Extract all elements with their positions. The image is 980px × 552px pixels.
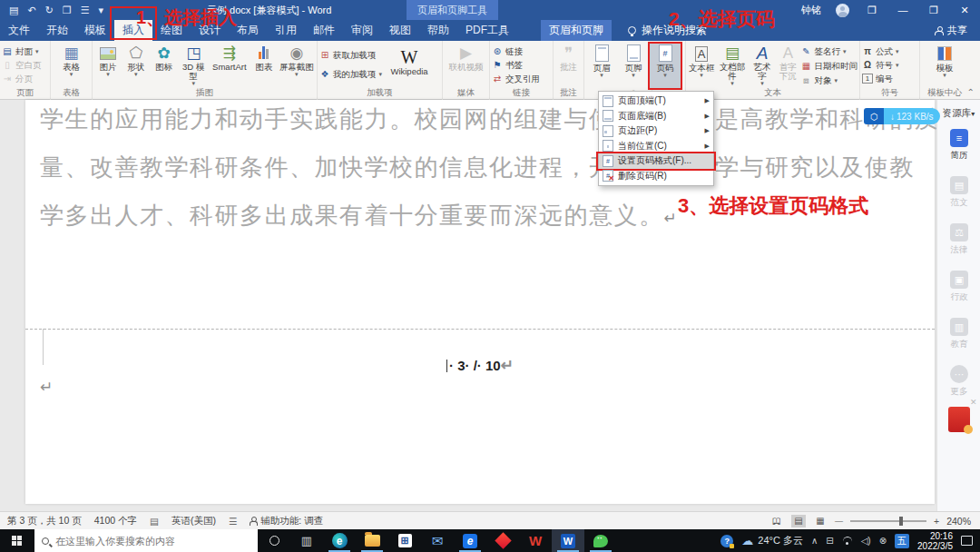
wikipedia-button[interactable]: W Wikipedia (383, 44, 436, 76)
taskbar-app-edge[interactable]: e (323, 529, 356, 552)
smartart-button[interactable]: ⇶SmartArt (210, 44, 250, 72)
close-button[interactable]: ✕ (956, 5, 973, 16)
minimize-button[interactable]: — (895, 5, 911, 15)
touch-mode-icon[interactable]: ❐ (63, 5, 72, 16)
menu-item-format-page-numbers[interactable]: #设置页码格式(F)... (599, 153, 713, 169)
menu-item-bottom-of-page[interactable]: 页面底端(B)▶ (599, 109, 713, 124)
cortana-icon[interactable] (258, 529, 290, 552)
proofing-icon[interactable]: ▤ (150, 516, 159, 527)
sidebar-item-resume[interactable]: ≡简历 (937, 129, 980, 162)
textbox-button[interactable]: A文本框▾ (688, 44, 715, 78)
signature-line-button[interactable]: ✎签名行▾ (800, 45, 858, 57)
volume-icon[interactable]: ◁) (861, 536, 871, 546)
accessibility-status[interactable]: 辅助功能: 调查 (250, 515, 323, 527)
3d-models-button[interactable]: ◳3D 模型▾ (179, 44, 209, 86)
word-count[interactable]: 4100 个字 (94, 515, 137, 527)
blank-page-button[interactable]: ▯空白页 (2, 59, 42, 71)
avatar[interactable] (836, 4, 849, 17)
tab-pdf-tools[interactable]: PDF工具 (457, 20, 517, 41)
sidebar-item-more[interactable]: ···更多 (937, 365, 980, 398)
quick-parts-button[interactable]: ▤文档部件▾ (716, 44, 749, 86)
number-button[interactable]: 1编号 (862, 73, 899, 84)
document-page[interactable]: 学生的应用能力和动手实践能力。校园网的组建与使用 是高教学和科研的质 量、改善教… (25, 100, 935, 504)
weather-widget[interactable]: ☁24°C 多云 (741, 534, 803, 547)
menu-item-page-margins[interactable]: 页边距(P)▶ (599, 123, 713, 139)
tab-home[interactable]: 开始 (38, 20, 76, 41)
tab-header-footer[interactable]: 页眉和页脚 (541, 20, 612, 41)
zoom-slider[interactable] (850, 520, 926, 522)
taskbar-app-mail[interactable]: ✉ (421, 529, 454, 552)
icons-button[interactable]: ✿图标 (151, 44, 178, 72)
ime-indicator[interactable]: 五 (895, 534, 909, 548)
menu-item-top-of-page[interactable]: 页面顶端(T)▶ (599, 94, 713, 109)
cross-reference-button[interactable]: ⇄交叉引用 (492, 73, 540, 84)
page-footer[interactable]: · 3· /· 10↵ (25, 356, 935, 375)
taskbar-app-wechat[interactable] (584, 529, 617, 552)
taskbar-app-word[interactable]: W (552, 529, 584, 552)
zoom-in-icon[interactable]: + (934, 516, 939, 527)
save-icon[interactable]: ▤ (9, 5, 18, 16)
print-preview-icon[interactable]: ☰ (81, 5, 90, 16)
drop-cap-button[interactable]: A首字下沉 (776, 44, 799, 81)
redo-icon[interactable]: ↻ (45, 5, 54, 16)
my-addins-button[interactable]: ❖我的加载项▾ (319, 68, 382, 80)
tab-mailings[interactable]: 邮件 (305, 20, 343, 41)
menu-item-current-position[interactable]: 当前位置(C)▶ (599, 139, 713, 154)
tab-view[interactable]: 视图 (381, 20, 419, 41)
resource-library-header[interactable]: 资源库▾ (937, 100, 980, 120)
print-layout-icon[interactable]: ▤ (791, 515, 806, 527)
taskbar-app-e[interactable]: e (454, 529, 486, 552)
page-number-button[interactable]: # 页码 ▾ (650, 44, 681, 89)
undo-icon[interactable]: ↶ (27, 5, 35, 16)
bookmark-button[interactable]: ⚑书签 (492, 59, 540, 71)
download-speed-badge[interactable]: ⬡ ↓123 KB/s (864, 108, 940, 124)
zoom-out-icon[interactable]: — (835, 517, 843, 526)
comment-button[interactable]: ❞ 批注 (555, 44, 582, 72)
template-button[interactable]: 模板 ▾ (929, 44, 960, 78)
zoom-slider-thumb[interactable] (899, 517, 903, 526)
taskbar-app-diamond[interactable] (486, 529, 519, 552)
sidebar-item-admin[interactable]: ▣行政 (937, 271, 980, 303)
tab-file[interactable]: 文件 (0, 20, 38, 41)
customize-qat-icon[interactable]: ▾ (99, 5, 104, 16)
tray-device-icon[interactable]: ⊟ (826, 536, 833, 546)
collapse-ribbon-icon[interactable]: ⌃ (967, 87, 975, 97)
date-time-button[interactable]: ▦日期和时间 (800, 60, 858, 72)
sidebar-item-education[interactable]: ▥教育 (937, 318, 980, 350)
task-view-icon[interactable]: ▥ (290, 529, 323, 552)
get-addins-button[interactable]: ⊞获取加载项 (319, 49, 382, 61)
read-mode-icon[interactable]: 🕮 (769, 515, 784, 527)
macro-icon[interactable]: ☰ (229, 516, 237, 527)
search-input[interactable] (55, 536, 237, 547)
sidebar-item-sample[interactable]: ▤范文 (937, 176, 980, 209)
taskbar-app-explorer[interactable] (356, 529, 388, 552)
tray-expand-icon[interactable]: ∧ (811, 536, 818, 546)
wifi-icon[interactable] (842, 537, 853, 545)
picture-button[interactable]: 图片▾ (94, 44, 122, 77)
menu-item-remove-page-numbers[interactable]: #✕删除页码(R) (599, 169, 713, 184)
page-indicator[interactable]: 第 3 页，共 10 页 (7, 515, 82, 527)
symbol-button[interactable]: Ω符号▾ (862, 59, 899, 71)
taskbar-clock[interactable]: 20:162022/3/5 (917, 531, 953, 551)
page-break-button[interactable]: ⇥分页 (2, 73, 42, 84)
shapes-button[interactable]: ⬠形状▾ (122, 44, 150, 77)
tab-review[interactable]: 审阅 (343, 20, 381, 41)
help-tray-icon[interactable]: ? (720, 535, 733, 547)
object-button[interactable]: ⧈对象▾ (800, 74, 858, 86)
wordart-button[interactable]: A艺术字▾ (750, 44, 775, 86)
tab-references[interactable]: 引用 (267, 20, 305, 41)
screenshot-button[interactable]: ◉屏幕截图▾ (279, 44, 315, 77)
tab-help[interactable]: 帮助 (419, 20, 457, 41)
tab-template[interactable]: 模板 (76, 20, 114, 41)
taskbar-app-wps[interactable]: W (519, 529, 552, 552)
restore-button[interactable]: ❐ (926, 5, 942, 16)
equation-button[interactable]: π公式▾ (862, 45, 899, 57)
taskbar-app-store[interactable]: ⊞ (388, 529, 421, 552)
close-promo-icon[interactable]: ✕ (970, 398, 977, 407)
share-button[interactable]: 共享 (935, 24, 967, 37)
language-indicator[interactable]: 英语(美国) (172, 515, 216, 527)
red-packet-promo[interactable] (948, 407, 970, 432)
zoom-level[interactable]: 240% (946, 516, 971, 527)
ribbon-display-options-icon[interactable]: ❐ (864, 5, 880, 16)
taskbar-search[interactable] (34, 529, 258, 552)
